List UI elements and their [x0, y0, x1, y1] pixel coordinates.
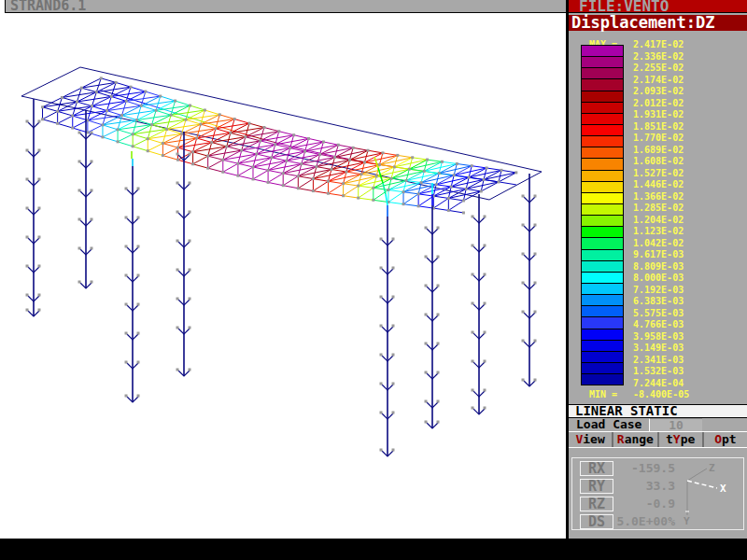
- analysis-type-label: LINEAR STATIC: [575, 403, 678, 418]
- button-text: ange: [625, 432, 654, 446]
- legend-band: [582, 373, 623, 385]
- deck-mesh: [43, 78, 516, 213]
- legend-value: 2.093E-02: [633, 86, 684, 97]
- app-title: STRAND6.1: [10, 0, 86, 14]
- legend-value: 8.809E-03: [633, 261, 684, 273]
- legend-value: 1.204E-02: [633, 215, 684, 226]
- legend-band: [582, 170, 623, 181]
- legend-value: 5.575E-03: [633, 308, 684, 319]
- button-text: iew: [583, 432, 604, 446]
- legend-value: 6.383E-03: [633, 296, 684, 307]
- legend-band: [582, 102, 623, 113]
- button-text: pe: [681, 432, 696, 446]
- legend-value: 2.341E-03: [633, 355, 684, 366]
- legend-band: [582, 226, 623, 237]
- legend-value: 2.255E-02: [633, 63, 684, 74]
- load-case-row: Load Case 10: [569, 418, 747, 432]
- status-label-rz: RZ: [580, 497, 613, 511]
- legend-band: [582, 340, 623, 351]
- status-label-ds: DS: [580, 514, 613, 529]
- legend-band: [582, 351, 623, 362]
- legend-min-label: MIN =: [589, 389, 617, 400]
- legend-band: [582, 283, 623, 294]
- hotkey-letter: Y: [673, 432, 681, 446]
- legend-value: 9.617E-03: [633, 249, 684, 260]
- legend-value: 2.012E-02: [633, 98, 684, 109]
- button-text: pt: [722, 432, 737, 446]
- legend-value: 1.851E-02: [633, 121, 684, 133]
- menu-bar: ViewRangetYpeOpt: [569, 432, 747, 448]
- button-text: t: [666, 432, 673, 446]
- legend-value: 1.527E-02: [633, 168, 684, 179]
- button-view[interactable]: View: [569, 432, 612, 447]
- legend-band: [582, 135, 623, 147]
- model-viewport[interactable]: [0, 0, 566, 539]
- legend-value: 7.192E-03: [633, 285, 684, 296]
- legend-value: 7.244E-04: [633, 378, 684, 389]
- button-opt[interactable]: Opt: [702, 432, 747, 447]
- legend-value: 8.000E-03: [633, 273, 684, 284]
- legend-band: [582, 305, 623, 316]
- legend-band: [582, 67, 623, 78]
- axis-triad: Z X Y: [666, 455, 747, 534]
- legend-band: [582, 147, 623, 158]
- legend-value: 4.766E-03: [633, 319, 684, 330]
- legend-value: 1.123E-02: [633, 226, 684, 237]
- legend-band: [582, 237, 623, 248]
- axis-label-x: X: [720, 483, 726, 495]
- legend-value: 1.689E-02: [633, 145, 684, 156]
- bottom-bar: [0, 539, 747, 560]
- legend-band: [582, 249, 623, 260]
- legend-value: 2.174E-02: [633, 75, 684, 86]
- load-case-button[interactable]: Load Case: [576, 418, 641, 431]
- hotkey-letter: R: [617, 432, 625, 446]
- legend-band: [582, 181, 623, 192]
- load-case-value-field[interactable]: 10: [649, 418, 702, 431]
- legend-band: [582, 46, 623, 56]
- title-bar: STRAND6.1: [5, 0, 566, 13]
- legend-band: [582, 272, 623, 283]
- legend-band: [582, 56, 623, 67]
- legend-band: [582, 113, 623, 124]
- axis-label-y: Y: [684, 515, 690, 527]
- legend-band: [582, 316, 623, 328]
- legend-value: 1.931E-02: [633, 109, 684, 120]
- legend-value: 1.366E-02: [633, 191, 684, 203]
- legend-value: 1.285E-02: [633, 203, 684, 214]
- legend-value: -8.400E-05: [633, 389, 689, 400]
- legend-value: 1.608E-02: [633, 156, 684, 167]
- status-label-rx: RX: [580, 461, 613, 476]
- legend-band: [582, 362, 623, 373]
- legend-value: 1.446E-02: [633, 179, 684, 190]
- legend-band: [582, 203, 623, 215]
- side-panel: FILE:VENTO Displacement:DZ MAX = MIN = 2…: [566, 0, 747, 539]
- legend-band: [582, 215, 623, 226]
- legend-band: [582, 329, 623, 340]
- legend-band: [582, 294, 623, 305]
- legend-value: 3.149E-03: [633, 343, 684, 354]
- analysis-type-bar: LINEAR STATIC: [569, 404, 747, 418]
- status-label-ry: RY: [580, 479, 613, 494]
- legend-value: 2.336E-02: [633, 51, 684, 63]
- hotkey-letter: O: [714, 432, 722, 446]
- result-type-bar: Displacement:DZ: [569, 15, 747, 31]
- file-name-bar: FILE:VENTO: [569, 0, 747, 13]
- legend-value: 1.532E-03: [633, 366, 684, 377]
- legend-band: [582, 260, 623, 272]
- legend-value: 3.958E-03: [633, 331, 684, 343]
- legend-band: [582, 192, 623, 203]
- legend-band: [582, 78, 623, 90]
- application-window: STRAND6.1 FILE:VENTO Displacement:DZ MAX…: [0, 0, 747, 560]
- button-range[interactable]: Range: [612, 432, 656, 447]
- legend-band: [582, 91, 623, 102]
- legend-band: [582, 158, 623, 169]
- button-type[interactable]: tYpe: [657, 432, 702, 447]
- legend-value: 2.417E-02: [633, 39, 684, 50]
- structure-wireframe: [0, 0, 566, 539]
- legend-value: 1.042E-02: [633, 238, 684, 249]
- axis-label-z: Z: [709, 462, 715, 474]
- legend-color-scale: [581, 45, 624, 385]
- legend-band: [582, 124, 623, 135]
- legend-value: 1.770E-02: [633, 133, 684, 144]
- result-type-label: Displacement:DZ: [571, 13, 715, 32]
